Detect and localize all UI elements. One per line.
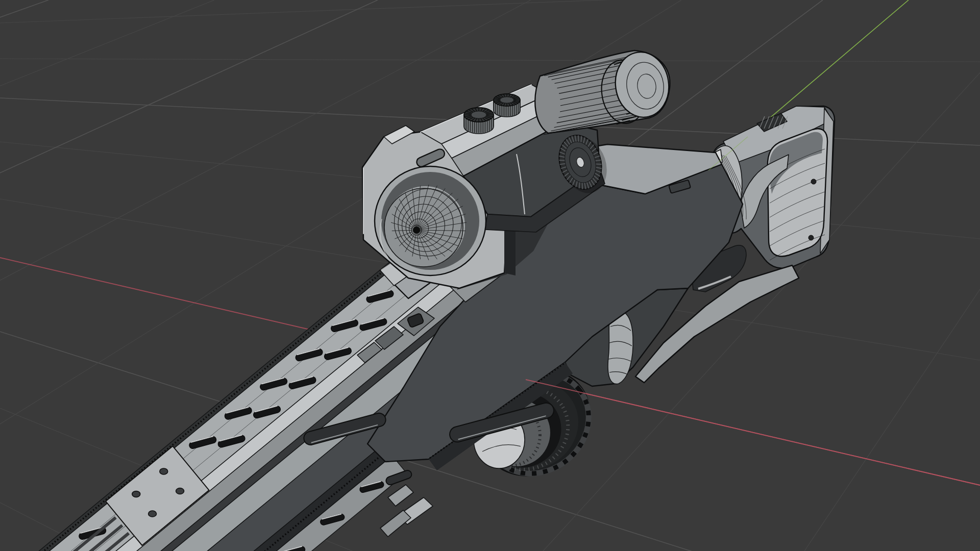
plate-screw-hole — [160, 468, 168, 474]
knob-top-inner — [471, 111, 486, 119]
turret-knob — [464, 108, 494, 134]
plate-screw-hole — [149, 511, 157, 517]
stock-bolt — [811, 179, 816, 184]
plate-screw-hole — [176, 488, 184, 494]
objective-lens — [375, 166, 486, 276]
stock-bolt — [808, 235, 814, 240]
turret-knob — [494, 94, 520, 117]
lens-center-dot — [413, 227, 420, 234]
knob-top-inner — [500, 97, 513, 103]
viewport-canvas[interactable] — [0, 0, 980, 551]
blender-3d-viewport[interactable] — [0, 0, 980, 551]
plate-screw-hole — [132, 491, 140, 497]
